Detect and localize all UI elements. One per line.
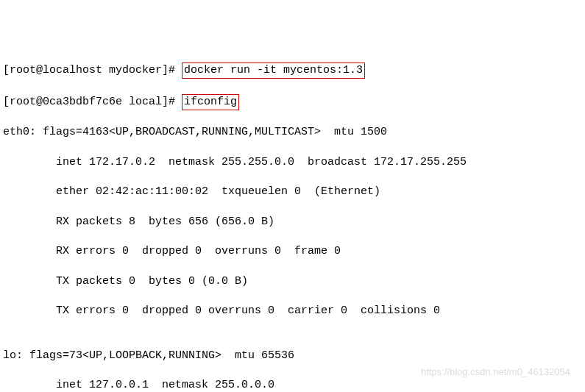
eth0-tx-packets: TX packets 0 bytes 0 (0.0 B) (3, 274, 582, 289)
lo-header: lo: flags=73<UP,LOOPBACK,RUNNING> mtu 65… (3, 349, 582, 363)
prompt-line-1: [root@localhost mydocker]# docker run -i… (3, 63, 582, 79)
eth0-ether: ether 02:42:ac:11:00:02 txqueuelen 0 (Et… (3, 185, 582, 199)
prompt-line-2: [root@0ca3bdbf7c6e local]# ifconfig (3, 94, 582, 110)
prompt-1-prefix: [root@localhost mydocker]# (3, 64, 182, 76)
watermark-text: https://blog.csdn.net/m0_46132054 (421, 366, 570, 379)
eth0-rx-errors: RX errors 0 dropped 0 overruns 0 frame 0 (3, 244, 582, 259)
lo-inet: inet 127.0.0.1 netmask 255.0.0.0 (3, 378, 582, 392)
prompt-2-prefix: [root@0ca3bdbf7c6e local]# (3, 96, 182, 108)
eth0-inet: inet 172.17.0.2 netmask 255.255.0.0 broa… (3, 155, 582, 170)
eth0-tx-errors: TX errors 0 dropped 0 overruns 0 carrier… (3, 304, 582, 318)
ifconfig-command[interactable]: ifconfig (182, 94, 239, 110)
eth0-rx-packets: RX packets 8 bytes 656 (656.0 B) (3, 215, 582, 229)
eth0-header: eth0: flags=4163<UP,BROADCAST,RUNNING,MU… (3, 125, 582, 140)
docker-run-command[interactable]: docker run -it mycentos:1.3 (182, 63, 365, 79)
